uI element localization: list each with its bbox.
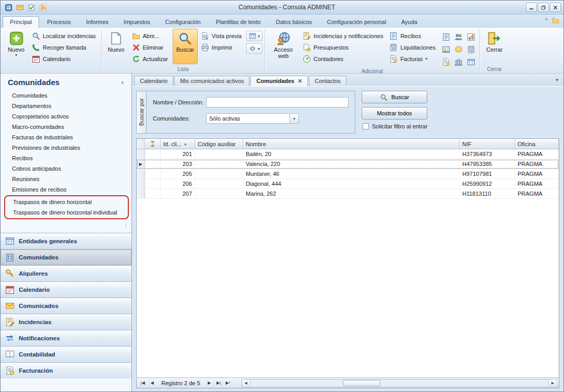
cell-nif[interactable]: H25990912 [460, 179, 515, 188]
cell-oficina[interactable]: PRAGMA [515, 179, 559, 188]
column-header-oficina[interactable]: Oficina [515, 139, 559, 149]
cell-nombre[interactable]: Valencia, 220 [243, 159, 460, 169]
cell-icon[interactable] [145, 159, 161, 169]
liquidaciones-button[interactable]: Liquidaciones [388, 42, 438, 53]
tab-principal[interactable]: Principal [3, 16, 39, 28]
cell-icon[interactable] [145, 189, 161, 198]
invoice-button[interactable] [440, 56, 452, 68]
cell-aux[interactable] [195, 149, 243, 159]
app-icon[interactable] [3, 2, 14, 13]
cell-nif[interactable]: H97107981 [460, 169, 515, 179]
sidebar-item-recibos[interactable]: Recibos [1, 153, 131, 163]
column-header-id[interactable]: Id. cli... ▲ [161, 139, 195, 149]
report-list-button[interactable] [440, 31, 452, 43]
mostrar-todos-button[interactable]: Mostrar todos [362, 107, 427, 120]
sidebar-nav-calendario[interactable]: Calendario [1, 281, 131, 298]
sidebar-item-copropietarios-activos[interactable]: Copropietarios activos [1, 111, 131, 122]
cell-id[interactable]: 201 [161, 149, 195, 159]
sidebar-nav-comunicados[interactable]: Comunicados [1, 298, 131, 314]
append-record-button[interactable]: ▶* [224, 379, 233, 387]
next-record-button[interactable]: ▶ [205, 379, 214, 387]
doc-tab-mis-comunicados-activos[interactable]: Mis comunicados activos [174, 76, 249, 86]
table-row[interactable]: 201 Bailén, 20 H37364973 PRAGMA [137, 149, 559, 159]
nuevo-split-button[interactable]: Nuevo ▾ [4, 29, 29, 64]
photos-button[interactable] [440, 43, 452, 55]
scrollbar-thumb[interactable] [343, 380, 380, 386]
calendario-button[interactable]: Calendario [30, 53, 99, 64]
cell-aux[interactable] [195, 179, 243, 188]
sidebar-item-comunidades[interactable]: Comunidades [1, 90, 131, 101]
first-record-button[interactable]: |◀ [138, 379, 147, 387]
column-header-nombre[interactable]: Nombre [243, 139, 460, 149]
sidebar-item-traspasos-horizontal[interactable]: Traspasos de dinero horizontal [5, 197, 128, 207]
scroll-right-button[interactable]: ▶ [548, 379, 557, 387]
solicitar-filtro-checkbox[interactable] [363, 123, 369, 129]
sidebar-item-traspasos-horizontal-individual[interactable]: Traspasos de dinero horizontal individua… [5, 207, 128, 218]
mail-icon[interactable] [15, 2, 25, 13]
sidebar-nav-entidades-generales[interactable]: Entidades generales [1, 233, 131, 249]
doc-tab-comunidades[interactable]: Comunidades [250, 76, 308, 86]
presupuestos-button[interactable]: Presupuestos [301, 42, 386, 53]
cell-oficina[interactable]: PRAGMA [515, 169, 559, 179]
tab-informes[interactable]: Informes [79, 16, 116, 28]
cell-id[interactable]: 206 [161, 179, 195, 188]
sidebar-item-previsiones-de-industriales[interactable]: Previsiones de industriales [1, 142, 131, 153]
tab-configuracion-personal[interactable]: Configuración personal [320, 16, 393, 28]
table-row-selected[interactable]: ▶ 203 Valencia, 220 H47953385 PRAGMA [137, 159, 559, 169]
vista-previa-button[interactable]: Vista previa [199, 30, 245, 41]
owners-button[interactable] [453, 31, 465, 43]
layout-dropdown-button[interactable]: ▾ [246, 31, 262, 41]
tab-overflow-button[interactable]: ▾ [556, 77, 558, 82]
close-button[interactable] [550, 3, 561, 12]
buscar-toggle-button[interactable]: Buscar [173, 29, 198, 64]
cell-icon[interactable] [145, 169, 161, 179]
cell-nombre[interactable]: Bailén, 20 [243, 149, 460, 159]
scrollbar-track[interactable] [250, 379, 548, 387]
actualizar-button[interactable]: Actualizar [130, 53, 171, 64]
cash-button[interactable] [453, 43, 465, 55]
cell-aux[interactable] [195, 189, 243, 198]
sidebar-item-macro-comunidades[interactable]: Macro-comunidades [1, 122, 131, 132]
localizar-incidencias-button[interactable]: Localizar incidencias [30, 30, 99, 41]
cell-nif[interactable]: H47953385 [460, 159, 515, 169]
restore-button[interactable] [538, 3, 549, 12]
cell-oficina[interactable]: PRAGMA [515, 189, 559, 198]
doc-tab-contactos[interactable]: Contactos [309, 76, 346, 86]
comunidades-combobox[interactable]: Sólo activas ▾ [206, 113, 299, 124]
cell-id[interactable]: 205 [161, 169, 195, 179]
contadores-button[interactable]: Contadores [301, 53, 386, 64]
cell-id[interactable]: 203 [161, 159, 195, 169]
grid-filter-column-header[interactable] [145, 139, 161, 149]
sidebar-nav-notificaciones[interactable]: Notificaciones [1, 330, 131, 346]
cell-oficina[interactable]: PRAGMA [515, 149, 559, 159]
cell-nombre[interactable]: Muntaner, 46 [243, 169, 460, 179]
feed-icon[interactable] [38, 2, 48, 13]
sidebar-nav-contabilidad[interactable]: Contabilidad [1, 346, 131, 362]
recoger-llamada-button[interactable]: Recoger llamada [30, 42, 99, 53]
bank-button[interactable] [453, 56, 465, 68]
settings-dropdown-button[interactable]: ▾ [246, 43, 262, 54]
sidebar-item-reuniones[interactable]: Reuniones [1, 174, 131, 184]
splitter-grip-icon[interactable]: ⋮ [123, 221, 129, 228]
cell-nombre[interactable]: Marina, 262 [243, 189, 460, 198]
tab-close-button[interactable] [298, 79, 302, 83]
sidebar-item-departamentos[interactable]: Departamentos [1, 101, 131, 111]
nombre-direccion-input[interactable] [206, 97, 349, 108]
ribbon-options-icon[interactable] [552, 17, 559, 24]
table-row[interactable]: 205 Muntaner, 46 H97107981 PRAGMA [137, 169, 559, 179]
sidebar-nav-alquileres[interactable]: Alquileres [1, 265, 131, 281]
sidebar-item-facturas-de-industriales[interactable]: Facturas de industriales [1, 132, 131, 142]
sidebar-nav-comunidades[interactable]: Comunidades [1, 249, 131, 265]
last-record-button[interactable]: ▶| [214, 379, 223, 387]
cell-icon[interactable] [145, 179, 161, 188]
scroll-left-button[interactable]: ◀ [242, 379, 250, 387]
chart-button[interactable] [465, 31, 477, 43]
table-button[interactable] [465, 56, 477, 68]
cell-icon[interactable] [145, 149, 161, 159]
recibos-button[interactable]: Recibos [388, 30, 438, 41]
tab-configuracion[interactable]: Configuración [158, 16, 208, 28]
tab-procesos[interactable]: Procesos [40, 16, 78, 28]
sidebar-nav-facturacion[interactable]: Facturación [1, 362, 131, 378]
eliminar-button[interactable]: Eliminar [130, 42, 171, 53]
cerrar-button[interactable]: Cerrar [482, 29, 507, 64]
